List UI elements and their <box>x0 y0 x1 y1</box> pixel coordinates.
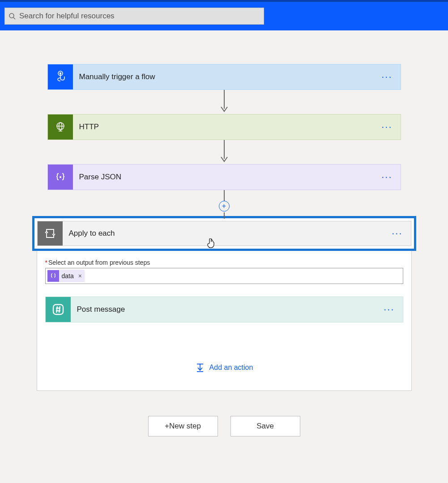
connector-line <box>220 190 229 202</box>
touch-icon <box>48 64 73 89</box>
svg-point-3 <box>60 73 61 74</box>
connector-line <box>220 212 229 219</box>
step-apply-to-each-header[interactable]: Apply to each ··· <box>37 221 411 246</box>
step-post-message[interactable]: Post message ··· <box>45 297 403 322</box>
svg-point-0 <box>9 13 14 18</box>
hash-icon <box>46 297 71 322</box>
apply-to-each-body-wrapper: *Select an output from previous steps da… <box>37 251 412 391</box>
step-parse-json-menu[interactable]: ··· <box>373 171 400 183</box>
new-step-button[interactable]: + New step <box>148 416 218 436</box>
bottom-button-row: + New step Save <box>148 416 300 436</box>
step-trigger-label: Manually trigger a flow <box>73 72 374 81</box>
svg-rect-14 <box>53 305 63 314</box>
cursor-icon <box>207 238 215 248</box>
step-http[interactable]: HTTP ··· <box>47 114 401 140</box>
step-http-label: HTTP <box>73 123 374 131</box>
step-parse-json[interactable]: Parse JSON ··· <box>47 164 401 190</box>
step-apply-to-each-label: Apply to each <box>63 229 384 238</box>
connector-arrow <box>220 90 229 114</box>
search-input[interactable] <box>19 12 260 21</box>
required-asterisk: * <box>45 259 47 266</box>
add-step-inline[interactable]: + <box>219 201 230 212</box>
braces-icon <box>47 270 59 282</box>
search-icon <box>9 13 16 20</box>
step-http-menu[interactable]: ··· <box>373 121 400 133</box>
token-remove[interactable]: × <box>78 272 82 280</box>
braces-icon <box>48 165 73 190</box>
insert-action-icon <box>195 363 205 373</box>
search-box[interactable] <box>4 8 264 25</box>
svg-line-1 <box>13 17 15 19</box>
top-bar <box>0 0 448 30</box>
step-apply-to-each-menu[interactable]: ··· <box>384 228 410 239</box>
step-post-message-menu[interactable]: ··· <box>375 304 402 315</box>
svg-line-18 <box>59 306 60 313</box>
select-output-input[interactable]: data × <box>45 268 403 284</box>
globe-icon <box>48 114 73 140</box>
step-apply-to-each-selected: Apply to each ··· <box>32 216 416 251</box>
step-trigger-menu[interactable]: ··· <box>373 71 400 83</box>
loop-icon <box>38 221 63 246</box>
flow-canvas: Manually trigger a flow ··· HTTP ··· <box>0 30 448 436</box>
add-action-label: Add an action <box>209 364 253 372</box>
svg-line-17 <box>56 306 57 313</box>
step-post-message-label: Post message <box>71 305 376 314</box>
save-button[interactable]: Save <box>230 416 300 436</box>
select-output-label: *Select an output from previous steps <box>45 259 403 266</box>
token-text: data <box>62 272 74 280</box>
apply-to-each-body: *Select an output from previous steps da… <box>37 251 412 391</box>
svg-point-11 <box>60 177 60 178</box>
step-parse-json-label: Parse JSON <box>73 173 374 182</box>
token-data[interactable]: data × <box>47 270 85 282</box>
step-trigger[interactable]: Manually trigger a flow ··· <box>47 64 401 90</box>
connector-arrow <box>220 140 229 164</box>
add-action-button[interactable]: Add an action <box>45 363 403 373</box>
